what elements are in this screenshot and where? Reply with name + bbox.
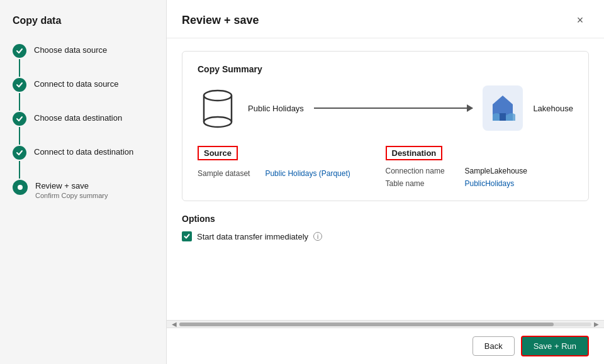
options-title: Options: [182, 214, 589, 224]
source-section-title: Source: [198, 146, 238, 160]
close-button[interactable]: ×: [571, 11, 589, 29]
dest-val-table: PublicHolidays: [465, 179, 515, 188]
arrow-line: [314, 108, 473, 109]
step-active-icon: [13, 180, 28, 195]
dest-details-table: Connection name SampleLakehouse Table na…: [386, 167, 574, 188]
step-label: Review + save: [35, 181, 108, 190]
main-panel: Review + save × Copy Summary Pu: [167, 0, 604, 364]
step-item-connect-source: Connect to data source: [13, 78, 154, 112]
step-label: Connect to data source: [34, 79, 118, 89]
step-sublabel: Confirm Copy summary: [35, 192, 108, 199]
dest-icon: [483, 85, 523, 131]
step-label: Choose data source: [34, 45, 107, 55]
flow-diagram: Public Holidays Lakehous: [198, 85, 573, 131]
sidebar-title: Copy data: [13, 15, 154, 26]
dest-key-table: Table name: [386, 179, 455, 188]
checkbox-row: Start data transfer immediately i: [182, 231, 589, 241]
step-text: Choose data source: [34, 44, 107, 55]
svg-point-5: [204, 117, 232, 127]
summary-card: Copy Summary Public Holidays: [182, 51, 589, 201]
step-connector: [13, 112, 26, 146]
checkbox-label: Start data transfer immediately: [197, 232, 308, 241]
step-item-review-save: Review + save Confirm Copy summary: [13, 180, 154, 199]
scrollbar-track[interactable]: [179, 323, 591, 326]
step-text: Connect to data destination: [34, 146, 133, 157]
options-section: Options Start data transfer immediately …: [182, 214, 589, 241]
info-icon[interactable]: i: [313, 232, 322, 241]
source-section: Source Sample dataset Public Holidays (P…: [198, 146, 386, 188]
flow-source-label: Public Holidays: [248, 104, 304, 113]
source-detail-row: Sample dataset Public Holidays (Parquet): [198, 169, 386, 178]
step-item-connect-dest: Connect to data destination: [13, 146, 154, 180]
step-check-icon: [13, 44, 26, 58]
step-label: Choose data destination: [34, 113, 122, 123]
step-line: [19, 93, 20, 111]
save-run-button[interactable]: Save + Run: [521, 336, 589, 356]
svg-point-0: [18, 185, 23, 190]
sidebar: Copy data Choose data source: [0, 0, 167, 364]
step-connector: [13, 180, 28, 195]
step-list: Choose data source Connect to data sourc…: [13, 44, 154, 199]
panel-footer: Back Save + Run: [167, 328, 604, 364]
source-dataset-label: Sample dataset: [198, 169, 250, 178]
summary-card-title: Copy Summary: [198, 64, 573, 74]
start-transfer-checkbox[interactable]: [182, 231, 192, 241]
panel-title: Review + save: [182, 14, 259, 27]
step-line: [19, 59, 20, 77]
step-connector: [13, 44, 26, 78]
svg-point-1: [204, 91, 232, 101]
step-item-choose-dest: Choose data destination: [13, 112, 154, 146]
step-line: [19, 161, 20, 179]
dest-row-connection: Connection name SampleLakehouse: [386, 167, 574, 175]
step-text: Choose data destination: [34, 112, 122, 123]
step-check-icon: [13, 78, 26, 92]
dest-section: Destination Connection name SampleLakeho…: [386, 146, 574, 188]
dest-section-title: Destination: [386, 146, 443, 160]
dest-row-table: Table name PublicHolidays: [386, 179, 574, 188]
step-text: Connect to data source: [34, 78, 118, 89]
dest-val-connection: SampleLakehouse: [465, 167, 527, 175]
source-file-val: Public Holidays (Parquet): [265, 169, 350, 178]
dest-key-connection: Connection name: [386, 167, 455, 175]
step-text: Review + save Confirm Copy summary: [35, 180, 108, 199]
step-check-icon: [13, 146, 26, 160]
scrollbar-area[interactable]: ◀ ▶: [167, 320, 604, 328]
svg-rect-7: [500, 113, 506, 121]
source-icon: [198, 85, 238, 131]
step-connector: [13, 146, 26, 180]
details-row: Source Sample dataset Public Holidays (P…: [198, 146, 573, 188]
step-connector: [13, 78, 26, 112]
step-item-choose-source: Choose data source: [13, 44, 154, 78]
panel-header: Review + save ×: [167, 0, 604, 38]
back-button[interactable]: Back: [473, 336, 515, 356]
panel-content: Copy Summary Public Holidays: [167, 38, 604, 320]
flow-arrow: [314, 108, 473, 109]
step-label: Connect to data destination: [34, 147, 133, 157]
flow-dest-label: Lakehouse: [533, 104, 573, 113]
step-check-icon: [13, 112, 26, 126]
step-line: [19, 127, 20, 145]
scrollbar-thumb: [179, 323, 554, 326]
